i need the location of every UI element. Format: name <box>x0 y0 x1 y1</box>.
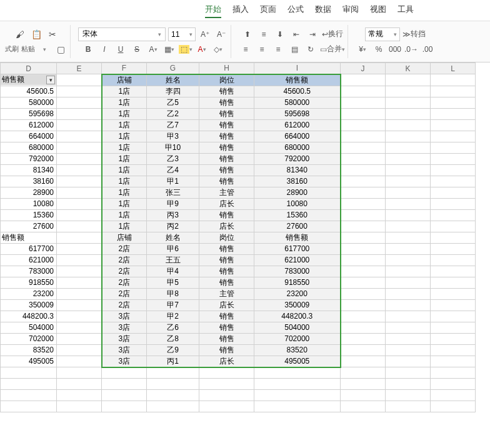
cell[interactable] <box>341 299 386 311</box>
cell[interactable]: 448200.3 <box>1 311 57 322</box>
cell[interactable]: 甲5 <box>147 277 199 288</box>
cell[interactable] <box>341 390 386 401</box>
cell[interactable]: 乙2 <box>147 108 199 119</box>
cell[interactable]: 张三 <box>147 187 199 198</box>
cell[interactable] <box>341 153 386 164</box>
cell[interactable] <box>431 266 476 277</box>
cell[interactable] <box>431 142 476 153</box>
cell[interactable]: 乙4 <box>147 164 199 176</box>
cell[interactable]: 销售 <box>199 97 254 108</box>
cell[interactable]: 甲3 <box>147 131 199 142</box>
merge-cells-button[interactable]: ▭合并▾ <box>320 42 345 56</box>
cell[interactable]: 1店 <box>102 176 147 187</box>
spreadsheet-grid[interactable]: DEFGHIJKL 销售额▾店铺姓名岗位销售额45600.51店李四销售4560… <box>0 62 490 412</box>
cell[interactable]: 621000 <box>1 254 57 266</box>
cell[interactable] <box>57 299 102 311</box>
cell[interactable] <box>57 176 102 187</box>
cell[interactable]: 617700 <box>254 243 341 254</box>
cell[interactable] <box>57 356 102 367</box>
increase-decimal-button[interactable]: .0→ <box>404 42 418 56</box>
filter-dropdown-icon[interactable]: ▾ <box>46 76 55 84</box>
cell[interactable] <box>341 254 386 266</box>
cell[interactable] <box>386 198 431 209</box>
cell[interactable]: 83520 <box>254 344 341 356</box>
cell[interactable]: 甲7 <box>147 299 199 311</box>
cell[interactable]: 销售 <box>199 243 254 254</box>
cell[interactable] <box>254 390 341 401</box>
cell[interactable]: 792000 <box>1 153 57 164</box>
cell[interactable]: 617700 <box>1 243 57 254</box>
cell[interactable]: 664000 <box>254 131 341 142</box>
cell[interactable] <box>57 344 102 356</box>
cell[interactable]: 2店 <box>102 243 147 254</box>
cell[interactable]: 店长 <box>199 221 254 232</box>
distribute-button[interactable]: ▤ <box>288 42 301 56</box>
cell[interactable] <box>386 243 431 254</box>
menu-item-0[interactable]: 开始 <box>205 4 221 18</box>
column-header[interactable]: J <box>341 63 386 74</box>
cell[interactable]: 销售 <box>199 209 254 221</box>
currency-button[interactable]: ¥▾ <box>356 42 369 56</box>
column-header[interactable]: F <box>102 63 147 74</box>
cell[interactable]: 店长 <box>199 198 254 209</box>
cell[interactable]: 15360 <box>1 209 57 221</box>
cell[interactable] <box>341 164 386 176</box>
cell[interactable] <box>147 390 199 401</box>
cell[interactable]: 主管 <box>199 187 254 198</box>
cell[interactable]: 495005 <box>1 356 57 367</box>
cell[interactable]: 2店 <box>102 254 147 266</box>
orientation-button[interactable]: ↻ <box>304 42 318 56</box>
cell[interactable] <box>431 164 476 176</box>
cell[interactable] <box>386 379 431 390</box>
cell[interactable]: 店长 <box>199 299 254 311</box>
cell[interactable] <box>431 131 476 142</box>
cell[interactable]: 销售 <box>199 176 254 187</box>
cell[interactable] <box>341 401 386 412</box>
cell[interactable]: 岗位 <box>199 74 254 86</box>
cell[interactable]: 销售 <box>199 344 254 356</box>
cell[interactable]: 李四 <box>147 86 199 97</box>
cell[interactable] <box>431 74 476 86</box>
align-right-button[interactable]: ≡ <box>271 42 285 56</box>
cell[interactable] <box>386 266 431 277</box>
cell[interactable] <box>102 390 147 401</box>
column-header[interactable]: D <box>1 63 57 74</box>
cell[interactable]: 38160 <box>254 176 341 187</box>
cell[interactable] <box>431 322 476 333</box>
cell[interactable] <box>57 221 102 232</box>
cell[interactable] <box>147 367 199 379</box>
cell[interactable]: 28900 <box>254 187 341 198</box>
cell[interactable] <box>386 299 431 311</box>
cell[interactable]: 702000 <box>1 333 57 344</box>
cell[interactable] <box>341 209 386 221</box>
cell[interactable]: 甲1 <box>147 176 199 187</box>
cell[interactable]: 甲9 <box>147 198 199 209</box>
cell[interactable]: 10080 <box>1 198 57 209</box>
cell[interactable]: 甲4 <box>147 266 199 277</box>
cell[interactable] <box>386 74 431 86</box>
cell[interactable] <box>57 243 102 254</box>
cell[interactable]: 岗位 <box>199 232 254 243</box>
cell[interactable] <box>431 86 476 97</box>
cell[interactable] <box>254 367 341 379</box>
cell[interactable]: 甲10 <box>147 142 199 153</box>
cell[interactable]: 23200 <box>254 288 341 299</box>
align-middle-button[interactable]: ≡ <box>257 27 271 41</box>
cell[interactable] <box>199 367 254 379</box>
cell[interactable]: 销售 <box>199 277 254 288</box>
cell[interactable]: 销售 <box>199 266 254 277</box>
cell[interactable] <box>57 232 102 243</box>
cell[interactable]: 销售 <box>199 119 254 131</box>
cell[interactable]: 3店 <box>102 322 147 333</box>
decrease-indent-button[interactable]: ⇤ <box>289 27 303 41</box>
cell[interactable] <box>431 254 476 266</box>
cell[interactable] <box>431 232 476 243</box>
cell[interactable]: 乙6 <box>147 322 199 333</box>
cell[interactable]: 1店 <box>102 153 147 164</box>
cell[interactable]: 81340 <box>1 164 57 176</box>
cell[interactable]: 姓名 <box>147 232 199 243</box>
cell[interactable]: 销售 <box>199 131 254 142</box>
cell[interactable] <box>341 344 386 356</box>
cell[interactable] <box>431 390 476 401</box>
cell[interactable] <box>57 164 102 176</box>
